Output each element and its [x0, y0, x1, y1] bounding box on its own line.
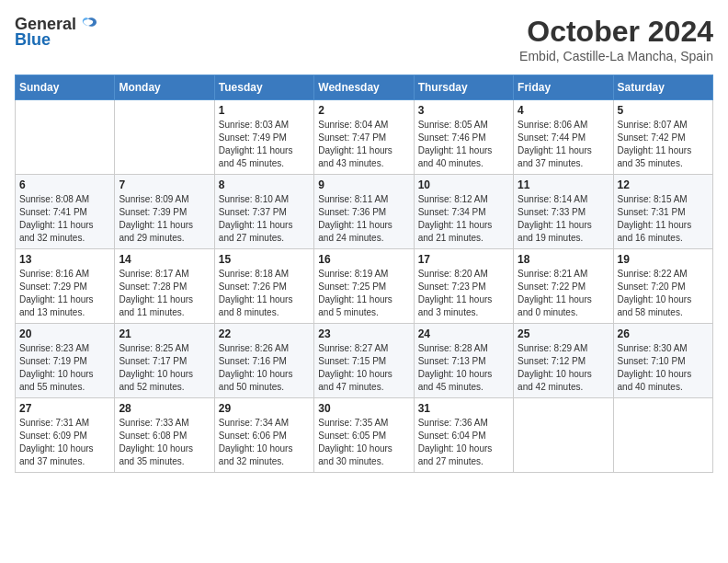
day-info: Sunrise: 8:18 AM Sunset: 7:26 PM Dayligh…	[219, 268, 310, 319]
day-info: Sunrise: 8:17 AM Sunset: 7:28 PM Dayligh…	[119, 268, 210, 319]
day-number: 23	[318, 327, 409, 340]
calendar-cell: 24Sunrise: 8:28 AM Sunset: 7:13 PM Dayli…	[414, 324, 513, 398]
month-title: October 2024	[519, 15, 713, 49]
calendar-week-row: 27Sunrise: 7:31 AM Sunset: 6:09 PM Dayli…	[16, 398, 713, 473]
day-info: Sunrise: 8:09 AM Sunset: 7:39 PM Dayligh…	[119, 193, 210, 245]
day-number: 16	[318, 253, 409, 266]
day-number: 18	[518, 253, 609, 266]
day-number: 17	[418, 253, 509, 266]
calendar-cell: 7Sunrise: 8:09 AM Sunset: 7:39 PM Daylig…	[115, 175, 214, 249]
calendar-cell: 17Sunrise: 8:20 AM Sunset: 7:23 PM Dayli…	[414, 249, 513, 324]
day-number: 4	[518, 104, 609, 117]
calendar-week-row: 1Sunrise: 8:03 AM Sunset: 7:49 PM Daylig…	[16, 100, 713, 175]
day-info: Sunrise: 8:23 AM Sunset: 7:19 PM Dayligh…	[19, 342, 110, 394]
weekday-header: Friday	[514, 75, 613, 100]
weekday-header: Sunday	[16, 75, 115, 100]
logo-blue-text: Blue	[15, 30, 51, 50]
day-info: Sunrise: 8:11 AM Sunset: 7:36 PM Dayligh…	[318, 193, 409, 245]
day-info: Sunrise: 8:07 AM Sunset: 7:42 PM Dayligh…	[618, 119, 709, 170]
day-info: Sunrise: 8:28 AM Sunset: 7:13 PM Dayligh…	[418, 342, 509, 394]
day-info: Sunrise: 8:19 AM Sunset: 7:25 PM Dayligh…	[318, 268, 409, 319]
logo-bird-icon	[78, 17, 98, 33]
day-info: Sunrise: 8:30 AM Sunset: 7:10 PM Dayligh…	[618, 342, 709, 394]
calendar-cell: 5Sunrise: 8:07 AM Sunset: 7:42 PM Daylig…	[613, 100, 712, 175]
day-info: Sunrise: 8:26 AM Sunset: 7:16 PM Dayligh…	[219, 342, 310, 394]
day-number: 24	[418, 327, 509, 340]
day-number: 25	[518, 327, 609, 340]
calendar-cell	[115, 100, 214, 175]
day-number: 12	[618, 178, 709, 191]
calendar-header-row: SundayMondayTuesdayWednesdayThursdayFrid…	[16, 75, 713, 100]
day-info: Sunrise: 8:20 AM Sunset: 7:23 PM Dayligh…	[418, 268, 509, 319]
weekday-header: Tuesday	[214, 75, 313, 100]
day-number: 8	[219, 178, 310, 191]
weekday-header: Saturday	[613, 75, 712, 100]
day-info: Sunrise: 8:12 AM Sunset: 7:34 PM Dayligh…	[418, 193, 509, 245]
day-number: 3	[418, 104, 509, 117]
day-number: 10	[418, 178, 509, 191]
calendar-cell: 9Sunrise: 8:11 AM Sunset: 7:36 PM Daylig…	[314, 175, 414, 249]
calendar-cell: 13Sunrise: 8:16 AM Sunset: 7:29 PM Dayli…	[16, 249, 115, 324]
day-info: Sunrise: 8:10 AM Sunset: 7:37 PM Dayligh…	[219, 193, 310, 245]
day-info: Sunrise: 8:03 AM Sunset: 7:49 PM Dayligh…	[219, 119, 310, 170]
calendar-cell: 1Sunrise: 8:03 AM Sunset: 7:49 PM Daylig…	[214, 100, 313, 175]
day-number: 20	[19, 327, 110, 340]
day-number: 15	[219, 253, 310, 266]
calendar-cell: 4Sunrise: 8:06 AM Sunset: 7:44 PM Daylig…	[514, 100, 613, 175]
calendar-cell: 31Sunrise: 7:36 AM Sunset: 6:04 PM Dayli…	[414, 398, 513, 473]
calendar-cell: 14Sunrise: 8:17 AM Sunset: 7:28 PM Dayli…	[115, 249, 214, 324]
calendar-cell: 8Sunrise: 8:10 AM Sunset: 7:37 PM Daylig…	[214, 175, 313, 249]
calendar-week-row: 20Sunrise: 8:23 AM Sunset: 7:19 PM Dayli…	[16, 324, 713, 398]
day-number: 9	[318, 178, 409, 191]
day-number: 29	[219, 402, 310, 415]
day-info: Sunrise: 7:31 AM Sunset: 6:09 PM Dayligh…	[19, 417, 110, 468]
title-section: October 2024 Embid, Castille-La Mancha, …	[519, 15, 713, 63]
calendar-cell	[16, 100, 115, 175]
day-number: 28	[119, 402, 210, 415]
calendar-cell: 20Sunrise: 8:23 AM Sunset: 7:19 PM Dayli…	[16, 324, 115, 398]
day-info: Sunrise: 8:27 AM Sunset: 7:15 PM Dayligh…	[318, 342, 409, 394]
calendar-cell: 15Sunrise: 8:18 AM Sunset: 7:26 PM Dayli…	[214, 249, 313, 324]
weekday-header: Monday	[115, 75, 214, 100]
calendar-cell: 12Sunrise: 8:15 AM Sunset: 7:31 PM Dayli…	[613, 175, 712, 249]
calendar-cell	[514, 398, 613, 473]
day-info: Sunrise: 8:04 AM Sunset: 7:47 PM Dayligh…	[318, 119, 409, 170]
weekday-header: Thursday	[414, 75, 513, 100]
day-number: 21	[119, 327, 210, 340]
calendar-cell: 19Sunrise: 8:22 AM Sunset: 7:20 PM Dayli…	[613, 249, 712, 324]
calendar-cell: 26Sunrise: 8:30 AM Sunset: 7:10 PM Dayli…	[613, 324, 712, 398]
day-number: 22	[219, 327, 310, 340]
calendar-cell: 30Sunrise: 7:35 AM Sunset: 6:05 PM Dayli…	[314, 398, 414, 473]
calendar-cell: 22Sunrise: 8:26 AM Sunset: 7:16 PM Dayli…	[214, 324, 313, 398]
calendar-cell: 25Sunrise: 8:29 AM Sunset: 7:12 PM Dayli…	[514, 324, 613, 398]
day-info: Sunrise: 8:22 AM Sunset: 7:20 PM Dayligh…	[618, 268, 709, 319]
day-info: Sunrise: 7:35 AM Sunset: 6:05 PM Dayligh…	[318, 417, 409, 468]
day-info: Sunrise: 8:25 AM Sunset: 7:17 PM Dayligh…	[119, 342, 210, 394]
page-header: General Blue October 2024 Embid, Castill…	[15, 15, 713, 63]
day-number: 13	[19, 253, 110, 266]
day-info: Sunrise: 7:33 AM Sunset: 6:08 PM Dayligh…	[119, 417, 210, 468]
day-info: Sunrise: 8:05 AM Sunset: 7:46 PM Dayligh…	[418, 119, 509, 170]
day-info: Sunrise: 8:15 AM Sunset: 7:31 PM Dayligh…	[618, 193, 709, 245]
calendar-table: SundayMondayTuesdayWednesdayThursdayFrid…	[15, 75, 713, 473]
day-info: Sunrise: 8:14 AM Sunset: 7:33 PM Dayligh…	[518, 193, 609, 245]
day-number: 27	[19, 402, 110, 415]
day-info: Sunrise: 8:21 AM Sunset: 7:22 PM Dayligh…	[518, 268, 609, 319]
calendar-cell: 29Sunrise: 7:34 AM Sunset: 6:06 PM Dayli…	[214, 398, 313, 473]
day-info: Sunrise: 8:16 AM Sunset: 7:29 PM Dayligh…	[19, 268, 110, 319]
day-number: 14	[119, 253, 210, 266]
calendar-cell: 3Sunrise: 8:05 AM Sunset: 7:46 PM Daylig…	[414, 100, 513, 175]
calendar-week-row: 13Sunrise: 8:16 AM Sunset: 7:29 PM Dayli…	[16, 249, 713, 324]
calendar-cell: 10Sunrise: 8:12 AM Sunset: 7:34 PM Dayli…	[414, 175, 513, 249]
day-info: Sunrise: 7:36 AM Sunset: 6:04 PM Dayligh…	[418, 417, 509, 468]
day-number: 6	[19, 178, 110, 191]
day-number: 2	[318, 104, 409, 117]
day-number: 5	[618, 104, 709, 117]
day-info: Sunrise: 8:06 AM Sunset: 7:44 PM Dayligh…	[518, 119, 609, 170]
calendar-cell: 23Sunrise: 8:27 AM Sunset: 7:15 PM Dayli…	[314, 324, 414, 398]
day-info: Sunrise: 8:08 AM Sunset: 7:41 PM Dayligh…	[19, 193, 110, 245]
calendar-cell: 11Sunrise: 8:14 AM Sunset: 7:33 PM Dayli…	[514, 175, 613, 249]
day-number: 31	[418, 402, 509, 415]
weekday-header: Wednesday	[314, 75, 414, 100]
calendar-cell: 2Sunrise: 8:04 AM Sunset: 7:47 PM Daylig…	[314, 100, 414, 175]
